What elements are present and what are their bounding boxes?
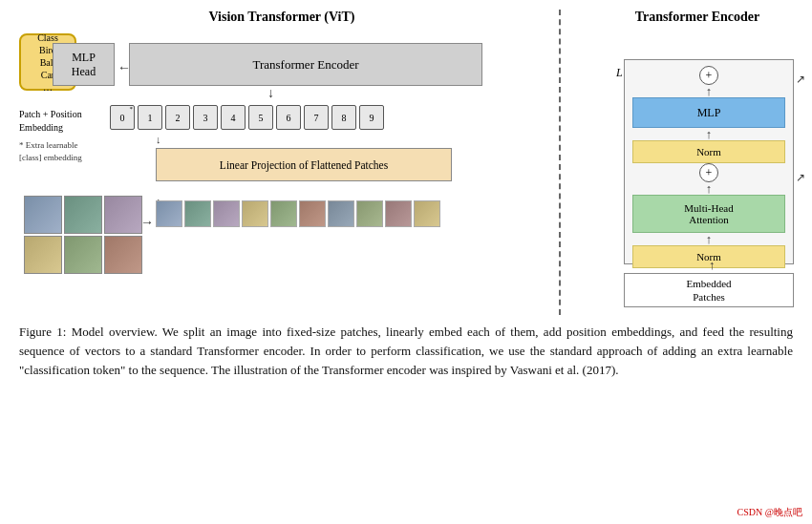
linear-proj-label: Linear Projection of Flattened Patches xyxy=(220,159,388,171)
token-4: 4 xyxy=(221,105,246,130)
grid-cell-1 xyxy=(24,196,62,234)
patch-1 xyxy=(184,200,211,227)
encoder-down-arrow: ↓ xyxy=(267,86,274,101)
vit-section: Vision Transformer (ViT) ClassBirdBallCa… xyxy=(14,10,549,315)
patch-5 xyxy=(299,200,326,227)
enc-arrow-1: ↑ xyxy=(632,85,785,97)
caption: Figure 1: Model overview. We split an im… xyxy=(14,323,798,380)
tokens-down-arrow: ↓ xyxy=(156,134,277,145)
top-plus-circle: + xyxy=(699,66,718,85)
mlp-head-label: MLP Head xyxy=(72,51,96,79)
grid-cell-2 xyxy=(64,196,102,234)
enc-mlp-box: MLP xyxy=(632,97,785,128)
patch-2 xyxy=(213,200,240,227)
patch-9 xyxy=(414,200,440,227)
embedded-patches-label: Embedded Patches xyxy=(686,277,731,304)
encoder-section: Transformer Encoder L x + ↑ MLP xyxy=(568,10,812,315)
extra-note: * Extra learnable [class] embedding xyxy=(19,139,115,163)
transformer-encoder-box: Transformer Encoder xyxy=(129,43,482,86)
top-plus-row: + xyxy=(632,66,785,85)
patch-7 xyxy=(356,200,383,227)
main-container: Vision Transformer (ViT) ClassBirdBallCa… xyxy=(0,0,812,524)
diagram-area: Vision Transformer (ViT) ClassBirdBallCa… xyxy=(14,10,798,315)
watermark: CSDN @晚点吧 xyxy=(737,506,802,519)
grid-cell-3 xyxy=(104,196,142,234)
bottom-residual-arrow: ↗ xyxy=(796,171,805,185)
enc-attn-label: Multi-Head Attention xyxy=(684,202,733,225)
encoder-title: Transformer Encoder xyxy=(635,10,760,25)
token-5: 5 xyxy=(248,105,273,130)
encoder-outer-box: + ↑ MLP ↑ Norm + xyxy=(624,59,794,264)
linear-proj-box: Linear Projection of Flattened Patches xyxy=(156,148,452,181)
enc-norm-1-label: Norm xyxy=(696,146,721,157)
token-8: 8 xyxy=(331,105,356,130)
token-3: 3 xyxy=(193,105,218,130)
token-6: 6 xyxy=(276,105,301,130)
top-residual-arrow: ↗ xyxy=(796,73,805,87)
enc-arrow-2: ↑ xyxy=(632,128,785,140)
token-7: 7 xyxy=(304,105,329,130)
token-9: 9 xyxy=(359,105,384,130)
patches-row xyxy=(156,200,440,227)
patch-3 xyxy=(242,200,268,227)
enc-arrow-3: ↑ xyxy=(632,182,785,195)
grid-cell-6 xyxy=(104,236,142,274)
dashed-separator xyxy=(559,10,561,315)
patch-0 xyxy=(156,200,182,227)
embedded-patches-box: Embedded Patches xyxy=(624,273,794,307)
encoder-detail-container: L x + ↑ MLP ↑ xyxy=(568,32,812,309)
enc-arrow-4: ↑ xyxy=(632,233,785,245)
token-1: 1 xyxy=(138,105,162,130)
bottom-plus-row: + xyxy=(632,163,785,182)
vit-title: Vision Transformer (ViT) xyxy=(209,10,355,25)
grid-cell-5 xyxy=(64,236,102,274)
caption-text: Figure 1: Model overview. We split an im… xyxy=(19,325,793,377)
patch-embedding-label: Patch + Position Embedding xyxy=(19,108,110,135)
patch-4 xyxy=(270,200,297,227)
bottom-plus-circle: + xyxy=(699,163,718,182)
transformer-encoder-label: Transformer Encoder xyxy=(252,57,358,73)
image-grid xyxy=(24,196,142,274)
patch-8 xyxy=(385,200,412,227)
mlp-head-box: MLP Head xyxy=(53,43,115,86)
grid-to-patches-arrow: → xyxy=(140,215,154,230)
enc-attn-box: Multi-Head Attention xyxy=(632,195,785,233)
embedding-row: 0* 1 2 3 4 5 6 7 8 9 xyxy=(110,105,384,130)
enc-mlp-label: MLP xyxy=(697,106,721,120)
embedded-up-arrow: ↑ xyxy=(709,258,716,273)
token-2: 2 xyxy=(165,105,190,130)
enc-norm-1-box: Norm xyxy=(632,140,785,163)
patch-6 xyxy=(328,200,354,227)
token-0: 0* xyxy=(110,105,135,130)
grid-cell-4 xyxy=(24,236,62,274)
